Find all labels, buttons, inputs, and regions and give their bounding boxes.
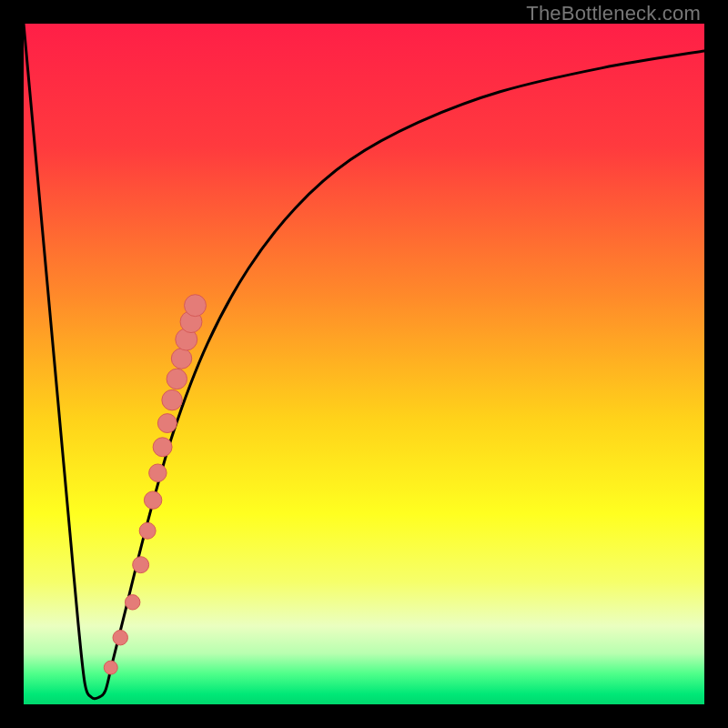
marker-dot <box>185 295 207 317</box>
marker-dot <box>171 349 191 369</box>
marker-dot <box>144 491 161 509</box>
marker-dot <box>167 369 187 389</box>
marker-dot <box>113 630 127 644</box>
chart-frame <box>0 0 728 728</box>
marker-dot <box>153 438 172 457</box>
plot-area <box>24 24 704 704</box>
marker-dot <box>149 464 167 481</box>
marker-dot <box>162 389 182 410</box>
marker-dot <box>104 661 117 674</box>
chart-svg <box>24 24 704 704</box>
marker-dot <box>157 414 177 433</box>
marker-dot <box>125 595 139 610</box>
marker-dot <box>139 522 156 539</box>
marker-dot <box>133 557 149 573</box>
